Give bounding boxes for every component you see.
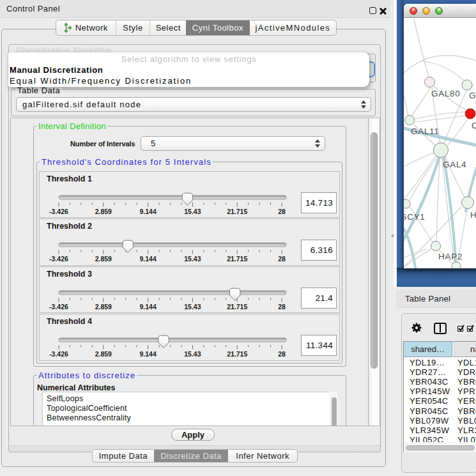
svg-text:GA: GA <box>469 91 476 100</box>
svg-text:GAL80: GAL80 <box>431 89 461 98</box>
svg-text:GAL4: GAL4 <box>443 160 466 169</box>
svg-text:CY: CY <box>472 121 476 130</box>
svg-text:GAL11: GAL11 <box>411 127 440 136</box>
svg-text:GCY1: GCY1 <box>404 212 426 222</box>
svg-text:HI: HI <box>470 210 476 220</box>
svg-text:HAP2: HAP2 <box>438 252 463 261</box>
